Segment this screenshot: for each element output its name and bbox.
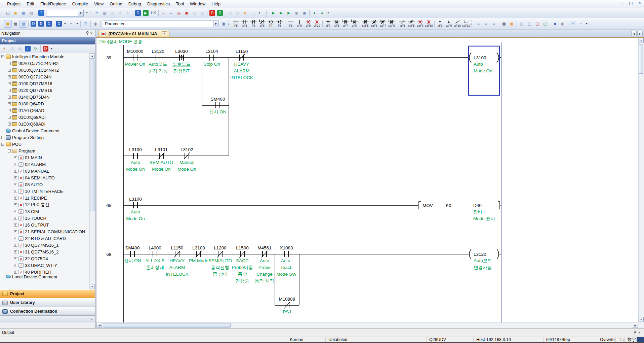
tree-item-0140-qd75d4n[interactable]: +0140:QD75D4N bbox=[0, 94, 95, 100]
tree-item-31-qd77ms16-2[interactable]: +⇄31 QD77MS16_2 bbox=[0, 248, 95, 255]
chevron-down-icon[interactable]: ▼ bbox=[78, 10, 83, 16]
invert-operation-button[interactable]: aF5 bbox=[398, 19, 407, 29]
delete-horizontal-2-button[interactable]: caF9 bbox=[416, 19, 425, 29]
read-mode-icon[interactable]: ▢ bbox=[526, 20, 533, 28]
expand-icon[interactable]: + bbox=[8, 62, 11, 65]
help-2-icon[interactable]: ? bbox=[82, 20, 89, 28]
help-icon[interactable]: ? bbox=[37, 9, 45, 17]
tree-item-global-device-comment[interactable]: Global Device Comment bbox=[0, 127, 95, 134]
open-branch-button[interactable]: sF5 bbox=[240, 19, 249, 29]
doc-gray-2-icon[interactable]: ▤ bbox=[234, 9, 242, 17]
data-selector-combo[interactable]: Parameter▼ bbox=[103, 21, 219, 27]
menu-window[interactable]: Window bbox=[187, 0, 208, 7]
tree-scrollbar[interactable]: ▲▼ bbox=[89, 53, 95, 289]
menu-debug[interactable]: Debug bbox=[125, 0, 144, 7]
tree-item-local-device-comment[interactable]: Local Device Comment bbox=[0, 275, 95, 278]
scroll-right-icon[interactable]: ▶ bbox=[633, 323, 638, 328]
output-pin-icon[interactable] bbox=[633, 331, 637, 335]
tree-item-00e0-qj71c24n[interactable]: +00E0:QJ71C24N bbox=[0, 73, 95, 80]
entry-data-monitor-icon[interactable]: ▶ bbox=[142, 9, 150, 17]
close-icon[interactable]: × bbox=[637, 1, 643, 5]
zoom-out-icon[interactable]: − bbox=[577, 20, 585, 28]
menu-help[interactable]: Help bbox=[208, 0, 224, 7]
tree-item-11-recipe[interactable]: +⇄11 RECIPE bbox=[0, 195, 95, 201]
scroll-up-icon[interactable]: ▲ bbox=[90, 54, 95, 59]
cut-icon[interactable]: ✂ bbox=[93, 9, 101, 17]
expand-icon[interactable]: + bbox=[14, 163, 17, 166]
expand-icon[interactable]: + bbox=[14, 237, 17, 240]
tree-item-program-setting[interactable]: +Program Setting bbox=[0, 134, 95, 141]
paste-item-icon[interactable]: ▤ bbox=[16, 45, 24, 53]
zoom-page-icon[interactable]: ▣ bbox=[220, 20, 228, 28]
monitor-pair-1-icon[interactable]: ▥ bbox=[191, 9, 198, 17]
delete-vertical-line-button[interactable]: cF10 bbox=[313, 19, 321, 29]
expand-icon[interactable]: + bbox=[14, 183, 17, 186]
tree-item-0180-q64rd[interactable]: +0180:Q64RD bbox=[0, 100, 95, 107]
tree-item-08-auto[interactable]: +⇄08 AUTO bbox=[0, 181, 95, 188]
editor-hscrollbar[interactable]: ◀ ▶ bbox=[96, 322, 638, 328]
menu-edit[interactable]: Edit bbox=[24, 0, 37, 7]
intelligent-module-monitor-icon[interactable]: HK bbox=[150, 9, 157, 17]
tree-item-02-alarm[interactable]: +⇄02 ALARM bbox=[0, 161, 95, 168]
vscroll-thumb[interactable] bbox=[639, 44, 643, 74]
edit-line-up-button[interactable]: aF9 bbox=[436, 19, 444, 29]
expand-icon[interactable]: + bbox=[14, 244, 17, 247]
close-branch-button[interactable]: sF6 bbox=[258, 19, 267, 29]
rising-pulse-close-button[interactable]: saF5 bbox=[361, 19, 370, 29]
device-test-icon[interactable]: ◆ bbox=[551, 20, 559, 28]
scroll-down-icon[interactable]: ▼ bbox=[639, 317, 644, 322]
tree-item-intelligent-function-module[interactable]: −Intelligent Function Module bbox=[0, 53, 95, 60]
expand-icon[interactable]: + bbox=[14, 217, 17, 220]
copy-item-icon[interactable]: ▥ bbox=[8, 45, 16, 53]
monitor-pair-2-icon[interactable]: ▥ bbox=[198, 9, 206, 17]
falling-pulse-branch-button[interactable]: aF8 bbox=[350, 19, 359, 29]
expand-icon[interactable]: + bbox=[8, 116, 11, 119]
expand-icon[interactable]: + bbox=[8, 96, 11, 99]
scroll-down-icon[interactable]: ▼ bbox=[90, 284, 95, 289]
find-replace-icon[interactable]: ◎ bbox=[92, 20, 99, 28]
device-display-mode-icon[interactable]: D bbox=[55, 20, 63, 28]
expand-icon[interactable]: + bbox=[14, 210, 17, 213]
coil-button[interactable]: F7 bbox=[267, 19, 275, 29]
expand-icon[interactable]: + bbox=[8, 82, 11, 85]
hscroll-thumb[interactable] bbox=[103, 323, 231, 328]
tree-item-12-plc-[interactable]: +⇄12 PLC 통신 bbox=[0, 201, 95, 208]
expand-icon[interactable]: + bbox=[1, 136, 4, 139]
tree-item-32-qd75d4[interactable]: +⇄32 QD75D4 bbox=[0, 255, 95, 262]
edit-line-corner-button[interactable]: saF10 bbox=[462, 19, 471, 29]
device-display-red-icon[interactable]: D bbox=[208, 9, 216, 17]
comment-anchor-icon[interactable]: + bbox=[67, 20, 75, 28]
trend-graph-1-icon[interactable]: ▲ bbox=[311, 9, 318, 17]
tree-item-pou[interactable]: −POU bbox=[0, 141, 95, 147]
delete-vertical-2-button[interactable]: caF10 bbox=[425, 19, 433, 29]
expand-icon[interactable]: + bbox=[14, 197, 17, 200]
expand-icon[interactable]: + bbox=[8, 75, 11, 78]
vertical-line-button[interactable]: sF9 bbox=[295, 19, 304, 29]
find-combo[interactable]: ▼ bbox=[46, 10, 84, 16]
tree-item-22-rtd-ad-card[interactable]: +⇄22 RTD & AD_CARD bbox=[0, 235, 95, 242]
tree-item-03-manual[interactable]: +⇄03 MANUAL bbox=[0, 168, 95, 174]
maximize-icon[interactable]: ▢ bbox=[628, 1, 634, 5]
toolbar-options-5-icon[interactable]: ▾ bbox=[75, 20, 79, 28]
remote-operation-icon[interactable]: ▣ bbox=[183, 9, 191, 17]
output-close-icon[interactable]: × bbox=[637, 330, 642, 335]
start-watch-icon[interactable]: ▶ bbox=[277, 9, 285, 17]
rising-pulse-button[interactable]: sF7 bbox=[324, 19, 332, 29]
tree-item-16-output[interactable]: +⇄16 OUTPUT bbox=[0, 221, 95, 228]
tree-item-01c0-q68adi[interactable]: +01C0:Q68ADI bbox=[0, 114, 95, 121]
close-panel-icon[interactable]: × bbox=[89, 31, 94, 36]
jump-orange-icon[interactable]: ► bbox=[242, 9, 249, 17]
expand-icon[interactable]: + bbox=[14, 230, 17, 233]
tree-item-0120-qd77ms16[interactable]: +0120:QD77MS16 bbox=[0, 87, 95, 94]
paste-icon[interactable]: ▤ bbox=[109, 9, 116, 17]
expand-icon[interactable]: + bbox=[14, 257, 17, 260]
print-icon[interactable]: ▤ bbox=[27, 9, 35, 17]
collapse-icon[interactable]: − bbox=[1, 55, 4, 58]
chevron-down-icon[interactable]: ▼ bbox=[213, 21, 218, 27]
tree-item-21-serial-communication[interactable]: +⇄21 SERIAL COMMUNICATION bbox=[0, 228, 95, 235]
nav-button-project[interactable]: Project bbox=[0, 289, 95, 298]
note-display-icon[interactable]: D bbox=[45, 20, 53, 28]
convert-block-icon[interactable]: ▦ bbox=[500, 20, 508, 28]
tree-item-00c0-qj71c24n-r2[interactable]: +00C0:QJ71C24N-R2 bbox=[0, 67, 95, 73]
menu-compile[interactable]: Compile bbox=[69, 0, 91, 7]
